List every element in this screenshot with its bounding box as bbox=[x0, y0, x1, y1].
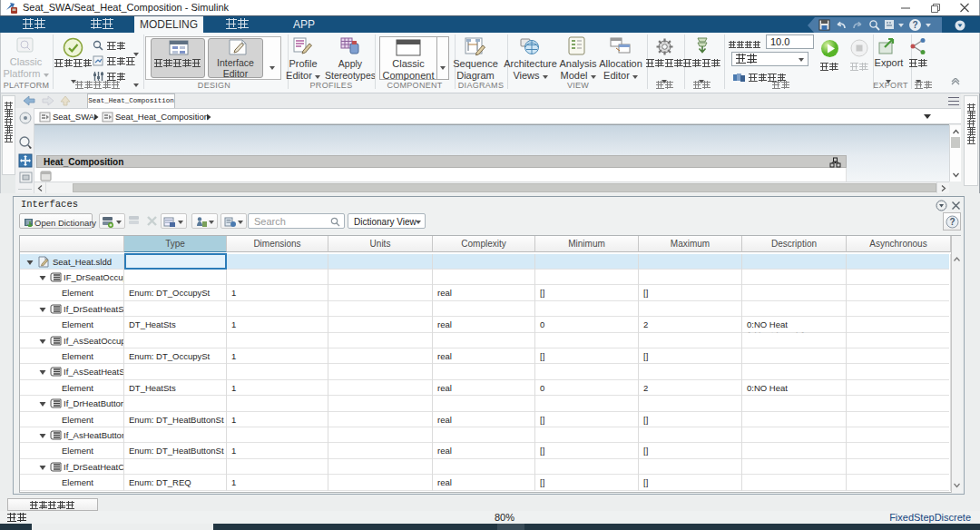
svg-text:?: ? bbox=[912, 20, 917, 30]
svg-text:?: ? bbox=[949, 217, 955, 227]
